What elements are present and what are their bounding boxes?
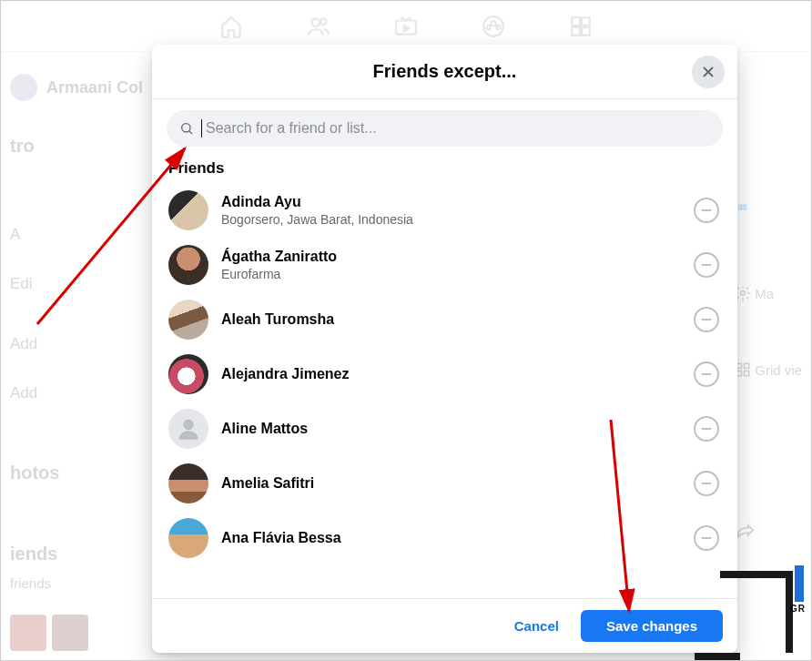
- friend-avatar: [168, 300, 208, 340]
- friend-text: Ágatha ZanirattoEurofarma: [221, 248, 681, 281]
- friend-name: Ágatha Zaniratto: [221, 248, 681, 265]
- friend-name: Aleah Turomsha: [221, 310, 681, 328]
- search-box[interactable]: [167, 110, 723, 147]
- exclude-button[interactable]: [694, 361, 719, 387]
- friend-name: Alejandra Jimenez: [221, 365, 681, 382]
- friend-avatar: [168, 409, 208, 449]
- friends-section-label: Friends: [168, 159, 723, 178]
- friend-list[interactable]: Adinda AyuBogorsero, Jawa Barat, Indones…: [167, 183, 723, 598]
- friend-avatar: [168, 245, 208, 285]
- friend-avatar: [168, 463, 208, 503]
- friends-except-modal: Friends except... Friends Adinda AyuBogo…: [152, 45, 737, 653]
- modal-title: Friends except...: [373, 61, 517, 82]
- text-cursor: [201, 119, 202, 137]
- friend-text: Ana Flávia Bessa: [221, 529, 681, 546]
- friend-avatar: [168, 190, 208, 230]
- friend-text: Aleah Turomsha: [221, 310, 681, 328]
- friend-row[interactable]: Alejandra Jimenez: [167, 347, 723, 402]
- modal-footer: Cancel Save changes: [152, 598, 737, 653]
- friend-subtext: Eurofarma: [221, 266, 681, 282]
- friend-name: Ana Flávia Bessa: [221, 529, 681, 546]
- exclude-button[interactable]: [694, 416, 719, 442]
- close-icon: [700, 64, 716, 80]
- exclude-button[interactable]: [694, 198, 719, 223]
- default-avatar-icon: [176, 416, 201, 442]
- friend-avatar: [168, 354, 208, 394]
- friend-row[interactable]: Ágatha ZanirattoEurofarma: [167, 238, 723, 292]
- exclude-button[interactable]: [694, 307, 719, 332]
- exclude-button[interactable]: [694, 525, 719, 551]
- friend-text: Adinda AyuBogorsero, Jawa Barat, Indones…: [221, 193, 681, 227]
- friend-avatar: [168, 518, 208, 558]
- modal-body: Friends Adinda AyuBogorsero, Jawa Barat,…: [152, 99, 737, 598]
- close-button[interactable]: [692, 56, 725, 88]
- friend-name: Aline Mattos: [221, 420, 681, 437]
- exclude-button[interactable]: [694, 471, 719, 496]
- friend-row[interactable]: Ana Flávia Bessa: [167, 511, 723, 565]
- watermark: GR: [711, 571, 793, 635]
- friend-subtext: Bogorsero, Jawa Barat, Indonesia: [221, 211, 681, 228]
- svg-point-16: [182, 124, 190, 132]
- friend-text: Amelia Safitri: [221, 474, 681, 492]
- friend-row[interactable]: Amelia Safitri: [167, 456, 723, 511]
- exclude-button[interactable]: [694, 252, 719, 278]
- friend-row[interactable]: Aleah Turomsha: [167, 292, 723, 347]
- friend-row[interactable]: Adinda AyuBogorsero, Jawa Barat, Indones…: [167, 183, 723, 238]
- search-input[interactable]: [206, 120, 710, 137]
- search-icon: [179, 121, 194, 136]
- friend-text: Alejandra Jimenez: [221, 365, 681, 382]
- friend-text: Aline Mattos: [221, 420, 681, 437]
- cancel-button[interactable]: Cancel: [500, 611, 573, 641]
- svg-point-17: [183, 420, 194, 431]
- friend-name: Adinda Ayu: [221, 193, 681, 210]
- modal-header: Friends except...: [152, 45, 737, 99]
- friend-row[interactable]: Aline Mattos: [167, 402, 723, 456]
- friend-name: Amelia Safitri: [221, 474, 681, 492]
- save-button[interactable]: Save changes: [581, 610, 723, 642]
